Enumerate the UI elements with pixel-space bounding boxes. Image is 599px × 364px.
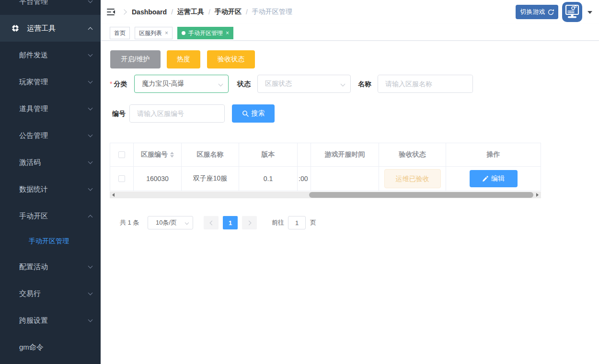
category-label: *分类 xyxy=(110,75,127,93)
breadcrumb-operation-tools[interactable]: 运营工具 xyxy=(177,8,204,16)
chevron-down-icon xyxy=(219,82,223,87)
status-label: 状态 xyxy=(237,75,251,93)
sidebar-collapse-icon[interactable] xyxy=(107,8,115,17)
name-field-box xyxy=(378,75,473,93)
page-size-select[interactable]: 10条/页 xyxy=(148,216,193,229)
edit-button[interactable]: 编辑 xyxy=(470,170,518,187)
sidebar-item-label: 道具管理 xyxy=(19,104,89,114)
sidebar-item-mail[interactable]: 邮件发送 xyxy=(0,42,101,68)
chevron-down-icon xyxy=(88,264,93,269)
search-button-label: 搜索 xyxy=(252,109,265,118)
breadcrumb-dashboard[interactable]: Dashboard xyxy=(132,8,167,16)
breadcrumb-separator: / xyxy=(171,8,173,16)
accept-status-badge[interactable]: 运维已验收 xyxy=(384,169,441,188)
sidebar-item-announcement[interactable]: 公告管理 xyxy=(0,122,101,149)
breadcrumb-current: 手动开区管理 xyxy=(252,8,292,16)
scrollbar-thumb[interactable] xyxy=(309,192,533,198)
switch-game-button[interactable]: 切换游戏 xyxy=(516,5,558,19)
header-accept-status: 验收状态 xyxy=(379,143,446,166)
sidebar-item-gm-command[interactable]: gm命令 xyxy=(0,334,101,361)
breadcrumb-manual-open[interactable]: 手动开区 xyxy=(215,8,242,16)
code-input[interactable] xyxy=(130,105,224,122)
server-table: 区服编号 区服名称 版本 游戏开服时间 验收状态 操作 160030 双子座10… xyxy=(110,143,541,191)
tab-manual-open-manage[interactable]: 手动开区管理 × xyxy=(177,27,233,39)
goto-page-input[interactable] xyxy=(288,216,306,229)
search-button[interactable]: 搜索 xyxy=(232,104,275,123)
sidebar-item-trade[interactable]: 交易行 xyxy=(0,280,101,307)
sort-carets-icon[interactable] xyxy=(170,152,174,158)
category-select[interactable]: 魔力宝贝-高爆 xyxy=(134,75,229,93)
page-unit-label: 页 xyxy=(310,216,316,230)
scroll-left-arrow-icon[interactable] xyxy=(112,193,115,197)
chevron-down-icon xyxy=(88,79,93,84)
header-clipped-column xyxy=(298,143,311,166)
scroll-right-arrow-icon[interactable] xyxy=(536,193,539,197)
tab-label: 首页 xyxy=(114,29,126,37)
page-number-1[interactable]: 1 xyxy=(223,216,238,229)
chevron-left-icon xyxy=(209,220,214,225)
next-page-button[interactable] xyxy=(242,216,257,229)
row-checkbox[interactable] xyxy=(118,175,125,182)
chevron-down-icon xyxy=(88,159,93,164)
sidebar-item-label: 跨服设置 xyxy=(19,316,89,325)
sidebar-item-platform[interactable]: 平台管理 xyxy=(0,0,101,15)
admin-avatar[interactable]: ADMIN xyxy=(562,1,583,23)
switch-game-label: 切换游戏 xyxy=(520,8,545,16)
sidebar-item-activation-code[interactable]: 激活码 xyxy=(0,149,101,176)
header-server-id[interactable]: 区服编号 xyxy=(134,143,182,166)
page-content: 开启/维护 热度 验收状态 *分类 魔力宝贝-高爆 状态 区服状态 名称 编号 xyxy=(101,41,599,364)
pencil-icon xyxy=(482,176,488,182)
chevron-down-icon xyxy=(88,186,93,191)
accept-status-button[interactable]: 验收状态 xyxy=(207,50,255,68)
name-input[interactable] xyxy=(378,75,472,92)
sidebar-subitem-manual-open-manage[interactable]: 手动开区管理 xyxy=(0,229,101,253)
required-asterisk: * xyxy=(110,80,112,88)
sidebar-subitem-label: 手动开区管理 xyxy=(29,237,69,246)
sidebar-item-manual-open[interactable]: 手动开区 xyxy=(0,203,101,229)
tab-label: 区服列表 xyxy=(139,29,162,37)
sidebar-item-label: 公告管理 xyxy=(19,131,89,140)
breadcrumb-separator: / xyxy=(208,8,210,16)
top-bar: Dashboard / 运营工具 / 手动开区 / 手动开区管理 切换游戏 xyxy=(101,0,599,24)
heat-button[interactable]: 热度 xyxy=(167,50,200,68)
sidebar-item-items[interactable]: 道具管理 xyxy=(0,95,101,122)
select-all-checkbox[interactable] xyxy=(118,151,125,158)
status-select[interactable]: 区服状态 xyxy=(257,75,351,93)
header-checkbox-cell xyxy=(110,143,134,166)
cell-game-open-time xyxy=(311,167,379,191)
row-checkbox-cell xyxy=(110,167,134,191)
status-select-placeholder: 区服状态 xyxy=(265,80,292,88)
cell-accept-status: 运维已验收 xyxy=(379,167,446,191)
code-field-box xyxy=(129,104,225,123)
close-icon[interactable]: × xyxy=(226,30,229,36)
sidebar-item-label: 手动开区 xyxy=(19,212,89,221)
sidebar-item-statistics[interactable]: 数据统计 xyxy=(0,176,101,203)
open-maintain-button[interactable]: 开启/维护 xyxy=(110,50,161,68)
edit-button-label: 编辑 xyxy=(491,174,505,183)
sidebar: 平台管理 运营工具 邮件发送 xyxy=(0,0,101,364)
sidebar-item-label: 配置活动 xyxy=(19,262,89,272)
total-count: 共 1 条 xyxy=(120,216,139,230)
sidebar-item-players[interactable]: 玩家管理 xyxy=(0,68,101,95)
sidebar-item-label: 交易行 xyxy=(19,289,89,298)
header-game-open-time: 游戏开服时间 xyxy=(311,143,379,166)
tab-home[interactable]: 首页 xyxy=(110,27,130,39)
chevron-up-icon xyxy=(88,215,93,219)
sidebar-item-label: 平台管理 xyxy=(19,0,89,6)
header-server-name: 区服名称 xyxy=(182,143,239,166)
avatar-dropdown-caret-icon[interactable] xyxy=(587,11,592,14)
sidebar-item-activities[interactable]: 配置活动 xyxy=(0,253,101,280)
tag-view-bar: 首页 区服列表 × 手动开区管理 × xyxy=(101,24,599,41)
chevron-down-icon xyxy=(88,133,93,137)
sidebar-item-cross-server[interactable]: 跨服设置 xyxy=(0,307,101,334)
close-icon[interactable]: × xyxy=(165,30,168,36)
svg-text:ADMIN: ADMIN xyxy=(567,11,574,13)
sidebar-item-operation-tools[interactable]: 运营工具 xyxy=(0,15,101,42)
cell-clipped-time: :00 xyxy=(298,167,311,191)
sidebar-item-label: 玩家管理 xyxy=(19,78,89,87)
category-select-value: 魔力宝贝-高爆 xyxy=(142,80,184,88)
cell-server-name: 双子座10服 xyxy=(182,167,239,191)
tab-server-list[interactable]: 区服列表 × xyxy=(135,27,173,39)
table-horizontal-scrollbar[interactable] xyxy=(110,192,541,198)
prev-page-button[interactable] xyxy=(204,216,219,229)
